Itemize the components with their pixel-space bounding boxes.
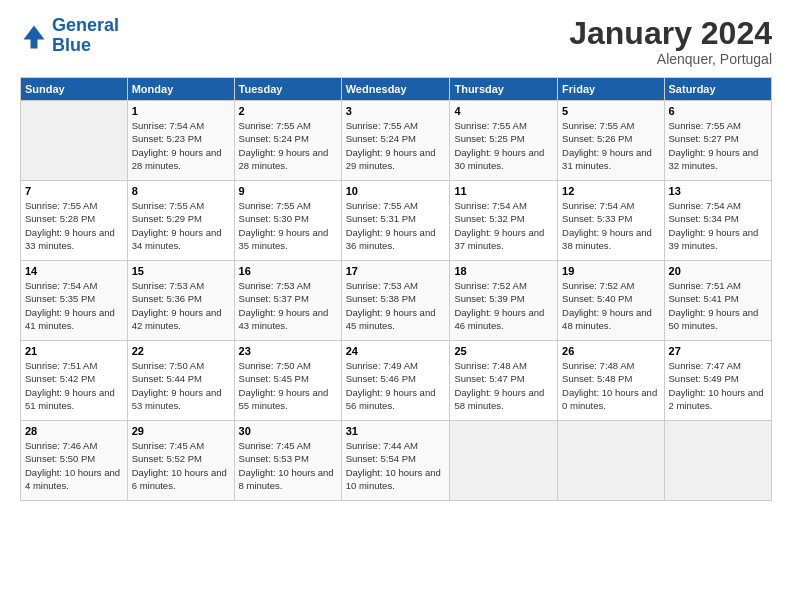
logo-icon xyxy=(20,22,48,50)
cell-week2-day4: 18Sunrise: 7:52 AMSunset: 5:39 PMDayligh… xyxy=(450,261,558,341)
cell-week0-day1: 1Sunrise: 7:54 AMSunset: 5:23 PMDaylight… xyxy=(127,101,234,181)
cell-week2-day3: 17Sunrise: 7:53 AMSunset: 5:38 PMDayligh… xyxy=(341,261,450,341)
cell-week3-day5: 26Sunrise: 7:48 AMSunset: 5:48 PMDayligh… xyxy=(558,341,664,421)
day-info-29: Sunrise: 7:45 AMSunset: 5:52 PMDaylight:… xyxy=(132,439,230,492)
cell-week4-day6 xyxy=(664,421,771,501)
cell-week0-day3: 3Sunrise: 7:55 AMSunset: 5:24 PMDaylight… xyxy=(341,101,450,181)
header: General Blue January 2024 Alenquer, Port… xyxy=(20,16,772,67)
week-row-1: 7Sunrise: 7:55 AMSunset: 5:28 PMDaylight… xyxy=(21,181,772,261)
day-info-23: Sunrise: 7:50 AMSunset: 5:45 PMDaylight:… xyxy=(239,359,337,412)
day-info-4: Sunrise: 7:55 AMSunset: 5:25 PMDaylight:… xyxy=(454,119,553,172)
cell-week2-day2: 16Sunrise: 7:53 AMSunset: 5:37 PMDayligh… xyxy=(234,261,341,341)
day-info-11: Sunrise: 7:54 AMSunset: 5:32 PMDaylight:… xyxy=(454,199,553,252)
day-info-5: Sunrise: 7:55 AMSunset: 5:26 PMDaylight:… xyxy=(562,119,659,172)
day-info-3: Sunrise: 7:55 AMSunset: 5:24 PMDaylight:… xyxy=(346,119,446,172)
day-number-31: 31 xyxy=(346,425,446,437)
header-monday: Monday xyxy=(127,78,234,101)
cell-week4-day0: 28Sunrise: 7:46 AMSunset: 5:50 PMDayligh… xyxy=(21,421,128,501)
day-info-28: Sunrise: 7:46 AMSunset: 5:50 PMDaylight:… xyxy=(25,439,123,492)
day-number-23: 23 xyxy=(239,345,337,357)
day-info-1: Sunrise: 7:54 AMSunset: 5:23 PMDaylight:… xyxy=(132,119,230,172)
day-info-27: Sunrise: 7:47 AMSunset: 5:49 PMDaylight:… xyxy=(669,359,767,412)
cell-week0-day0 xyxy=(21,101,128,181)
day-number-2: 2 xyxy=(239,105,337,117)
logo-line2: Blue xyxy=(52,35,91,55)
header-wednesday: Wednesday xyxy=(341,78,450,101)
day-number-13: 13 xyxy=(669,185,767,197)
cell-week1-day1: 8Sunrise: 7:55 AMSunset: 5:29 PMDaylight… xyxy=(127,181,234,261)
day-number-26: 26 xyxy=(562,345,659,357)
cell-week2-day5: 19Sunrise: 7:52 AMSunset: 5:40 PMDayligh… xyxy=(558,261,664,341)
day-info-22: Sunrise: 7:50 AMSunset: 5:44 PMDaylight:… xyxy=(132,359,230,412)
cell-week1-day6: 13Sunrise: 7:54 AMSunset: 5:34 PMDayligh… xyxy=(664,181,771,261)
day-info-18: Sunrise: 7:52 AMSunset: 5:39 PMDaylight:… xyxy=(454,279,553,332)
header-thursday: Thursday xyxy=(450,78,558,101)
day-info-14: Sunrise: 7:54 AMSunset: 5:35 PMDaylight:… xyxy=(25,279,123,332)
week-row-0: 1Sunrise: 7:54 AMSunset: 5:23 PMDaylight… xyxy=(21,101,772,181)
header-tuesday: Tuesday xyxy=(234,78,341,101)
location-subtitle: Alenquer, Portugal xyxy=(569,51,772,67)
cell-week3-day6: 27Sunrise: 7:47 AMSunset: 5:49 PMDayligh… xyxy=(664,341,771,421)
day-info-24: Sunrise: 7:49 AMSunset: 5:46 PMDaylight:… xyxy=(346,359,446,412)
day-number-24: 24 xyxy=(346,345,446,357)
day-number-1: 1 xyxy=(132,105,230,117)
day-number-5: 5 xyxy=(562,105,659,117)
day-info-13: Sunrise: 7:54 AMSunset: 5:34 PMDaylight:… xyxy=(669,199,767,252)
day-number-8: 8 xyxy=(132,185,230,197)
cell-week4-day1: 29Sunrise: 7:45 AMSunset: 5:52 PMDayligh… xyxy=(127,421,234,501)
day-info-16: Sunrise: 7:53 AMSunset: 5:37 PMDaylight:… xyxy=(239,279,337,332)
cell-week3-day1: 22Sunrise: 7:50 AMSunset: 5:44 PMDayligh… xyxy=(127,341,234,421)
cell-week2-day1: 15Sunrise: 7:53 AMSunset: 5:36 PMDayligh… xyxy=(127,261,234,341)
cell-week4-day3: 31Sunrise: 7:44 AMSunset: 5:54 PMDayligh… xyxy=(341,421,450,501)
header-saturday: Saturday xyxy=(664,78,771,101)
calendar-table: Sunday Monday Tuesday Wednesday Thursday… xyxy=(20,77,772,501)
cell-week0-day2: 2Sunrise: 7:55 AMSunset: 5:24 PMDaylight… xyxy=(234,101,341,181)
day-number-28: 28 xyxy=(25,425,123,437)
svg-marker-0 xyxy=(24,25,45,48)
day-number-3: 3 xyxy=(346,105,446,117)
day-number-10: 10 xyxy=(346,185,446,197)
day-info-6: Sunrise: 7:55 AMSunset: 5:27 PMDaylight:… xyxy=(669,119,767,172)
day-info-8: Sunrise: 7:55 AMSunset: 5:29 PMDaylight:… xyxy=(132,199,230,252)
day-info-12: Sunrise: 7:54 AMSunset: 5:33 PMDaylight:… xyxy=(562,199,659,252)
cell-week1-day2: 9Sunrise: 7:55 AMSunset: 5:30 PMDaylight… xyxy=(234,181,341,261)
logo-text: General Blue xyxy=(52,16,119,56)
cell-week3-day2: 23Sunrise: 7:50 AMSunset: 5:45 PMDayligh… xyxy=(234,341,341,421)
cell-week2-day0: 14Sunrise: 7:54 AMSunset: 5:35 PMDayligh… xyxy=(21,261,128,341)
logo-line1: General xyxy=(52,15,119,35)
week-row-2: 14Sunrise: 7:54 AMSunset: 5:35 PMDayligh… xyxy=(21,261,772,341)
day-number-4: 4 xyxy=(454,105,553,117)
day-info-25: Sunrise: 7:48 AMSunset: 5:47 PMDaylight:… xyxy=(454,359,553,412)
cell-week0-day6: 6Sunrise: 7:55 AMSunset: 5:27 PMDaylight… xyxy=(664,101,771,181)
day-number-18: 18 xyxy=(454,265,553,277)
cell-week1-day5: 12Sunrise: 7:54 AMSunset: 5:33 PMDayligh… xyxy=(558,181,664,261)
cell-week1-day3: 10Sunrise: 7:55 AMSunset: 5:31 PMDayligh… xyxy=(341,181,450,261)
day-number-20: 20 xyxy=(669,265,767,277)
header-friday: Friday xyxy=(558,78,664,101)
day-number-29: 29 xyxy=(132,425,230,437)
month-title: January 2024 xyxy=(569,16,772,51)
day-info-10: Sunrise: 7:55 AMSunset: 5:31 PMDaylight:… xyxy=(346,199,446,252)
cell-week2-day6: 20Sunrise: 7:51 AMSunset: 5:41 PMDayligh… xyxy=(664,261,771,341)
cell-week3-day4: 25Sunrise: 7:48 AMSunset: 5:47 PMDayligh… xyxy=(450,341,558,421)
cell-week0-day4: 4Sunrise: 7:55 AMSunset: 5:25 PMDaylight… xyxy=(450,101,558,181)
day-number-21: 21 xyxy=(25,345,123,357)
day-info-17: Sunrise: 7:53 AMSunset: 5:38 PMDaylight:… xyxy=(346,279,446,332)
logo: General Blue xyxy=(20,16,119,56)
title-block: January 2024 Alenquer, Portugal xyxy=(569,16,772,67)
cell-week3-day0: 21Sunrise: 7:51 AMSunset: 5:42 PMDayligh… xyxy=(21,341,128,421)
day-number-22: 22 xyxy=(132,345,230,357)
main-container: General Blue January 2024 Alenquer, Port… xyxy=(0,0,792,511)
day-number-14: 14 xyxy=(25,265,123,277)
day-info-7: Sunrise: 7:55 AMSunset: 5:28 PMDaylight:… xyxy=(25,199,123,252)
day-number-27: 27 xyxy=(669,345,767,357)
header-sunday: Sunday xyxy=(21,78,128,101)
day-info-26: Sunrise: 7:48 AMSunset: 5:48 PMDaylight:… xyxy=(562,359,659,412)
week-row-4: 28Sunrise: 7:46 AMSunset: 5:50 PMDayligh… xyxy=(21,421,772,501)
day-number-17: 17 xyxy=(346,265,446,277)
day-number-11: 11 xyxy=(454,185,553,197)
day-info-31: Sunrise: 7:44 AMSunset: 5:54 PMDaylight:… xyxy=(346,439,446,492)
cell-week1-day0: 7Sunrise: 7:55 AMSunset: 5:28 PMDaylight… xyxy=(21,181,128,261)
day-info-20: Sunrise: 7:51 AMSunset: 5:41 PMDaylight:… xyxy=(669,279,767,332)
weekday-header-row: Sunday Monday Tuesday Wednesday Thursday… xyxy=(21,78,772,101)
